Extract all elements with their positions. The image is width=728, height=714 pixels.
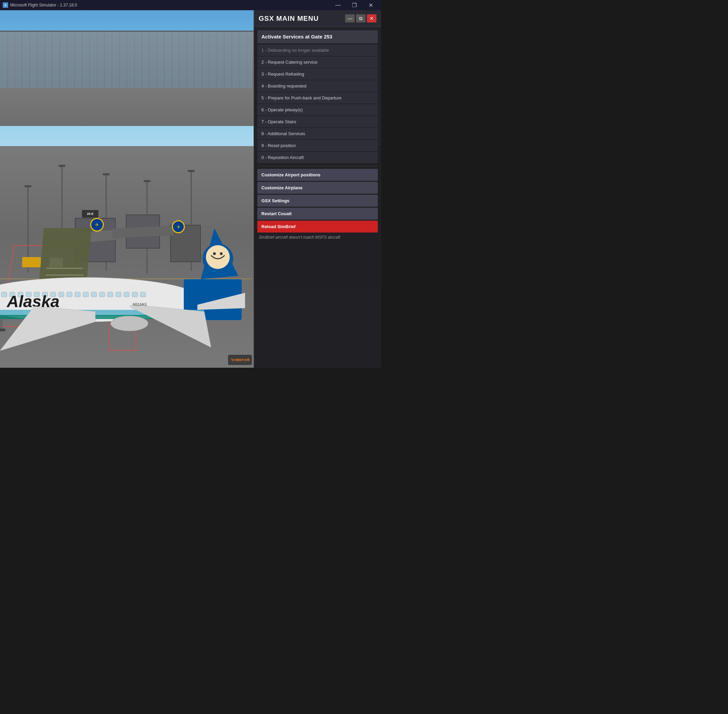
- title-bar-controls: — ❐ ✕: [330, 0, 379, 10]
- svg-rect-15: [75, 292, 80, 297]
- aircraft-svg: Alaska N516AS: [0, 218, 245, 361]
- gsx-content: Activate Services at Gate 253 1 - Deboar…: [254, 27, 381, 368]
- restore-button[interactable]: ❐: [346, 0, 362, 10]
- minimize-button[interactable]: —: [330, 0, 346, 10]
- svg-point-28: [111, 316, 148, 331]
- menu-items-list: 1 - Deboarding no longer available2 - Re…: [257, 45, 378, 163]
- svg-rect-20: [116, 292, 121, 297]
- svg-rect-23: [140, 292, 146, 297]
- gsx-close-button[interactable]: ✕: [367, 14, 376, 22]
- gsx-popout-button[interactable]: ⧉: [356, 14, 365, 22]
- btn-customize-airplane[interactable]: Customize Airplane: [257, 182, 378, 194]
- title-bar: ✈ Microsoft Flight Simulator - 1.37.18.0…: [0, 0, 381, 10]
- svg-rect-18: [99, 292, 105, 297]
- svg-point-38: [220, 252, 223, 255]
- svg-rect-6: [1, 292, 7, 297]
- corner-logo: 飞行模拟中文网: [228, 355, 252, 365]
- menu-item-item3[interactable]: 3 - Request Refueling: [257, 69, 378, 80]
- section-divider: [257, 166, 378, 166]
- gsx-title: GSX MAIN MENU: [259, 15, 319, 22]
- gsx-header: GSX MAIN MENU — ⧉ ✕: [254, 10, 381, 27]
- menu-item-item5[interactable]: 5 - Prepare for Push-back and Departure: [257, 92, 378, 104]
- menu-item-item7[interactable]: 7 - Operate Stairs: [257, 116, 378, 128]
- svg-rect-17: [91, 292, 97, 297]
- menu-item-item8[interactable]: 8 - Additional Services: [257, 128, 378, 139]
- svg-rect-21: [124, 292, 129, 297]
- btn-reload-simbrief[interactable]: Reload SimBrief: [257, 220, 378, 232]
- gate-header: Activate Services at Gate 253: [257, 30, 378, 43]
- menu-item-item9[interactable]: 9 - Reset position: [257, 140, 378, 151]
- btn-gsx-settings[interactable]: GSX Settings: [257, 195, 378, 207]
- svg-rect-14: [67, 292, 72, 297]
- terminal-building: [0, 31, 259, 126]
- menu-item-item4[interactable]: 4 - Boarding requested: [257, 80, 378, 92]
- app-icon: ✈: [3, 2, 8, 8]
- svg-point-36: [206, 245, 230, 269]
- warning-text: SimBrief aircraft doesn't match MSFS air…: [257, 234, 378, 242]
- terminal-glass: [0, 32, 252, 88]
- gsx-minimize-button[interactable]: —: [345, 14, 355, 22]
- btn-customize-airport[interactable]: Customize Airport positions: [257, 169, 378, 181]
- gsx-header-controls: — ⧉ ✕: [345, 14, 376, 22]
- gsx-panel: GSX MAIN MENU — ⧉ ✕ Activate Services at…: [253, 10, 381, 368]
- menu-item-item0[interactable]: 0 - Reposition Aircraft: [257, 152, 378, 163]
- gate-header-text: Activate Services at Gate 253: [261, 34, 332, 39]
- btn-restart-couatl[interactable]: Restart Couatl: [257, 208, 378, 220]
- menu-item-item6[interactable]: 6 - Operate jetway(s): [257, 104, 378, 116]
- action-buttons-list: Customize Airport positionsCustomize Air…: [257, 169, 378, 232]
- app-title: Microsoft Flight Simulator - 1.37.18.0: [10, 3, 330, 8]
- svg-rect-33: [0, 328, 6, 331]
- svg-rect-22: [132, 292, 138, 297]
- svg-point-37: [213, 252, 216, 255]
- svg-rect-16: [83, 292, 88, 297]
- menu-item-item2[interactable]: 2 - Request Catering service: [257, 57, 378, 68]
- menu-item-item1[interactable]: 1 - Deboarding no longer available: [257, 45, 378, 56]
- svg-text:N516AS: N516AS: [133, 302, 147, 306]
- svg-rect-32: [0, 320, 3, 330]
- svg-rect-19: [108, 292, 113, 297]
- gate-sign: 25-E: [82, 210, 99, 218]
- close-button[interactable]: ✕: [363, 0, 379, 10]
